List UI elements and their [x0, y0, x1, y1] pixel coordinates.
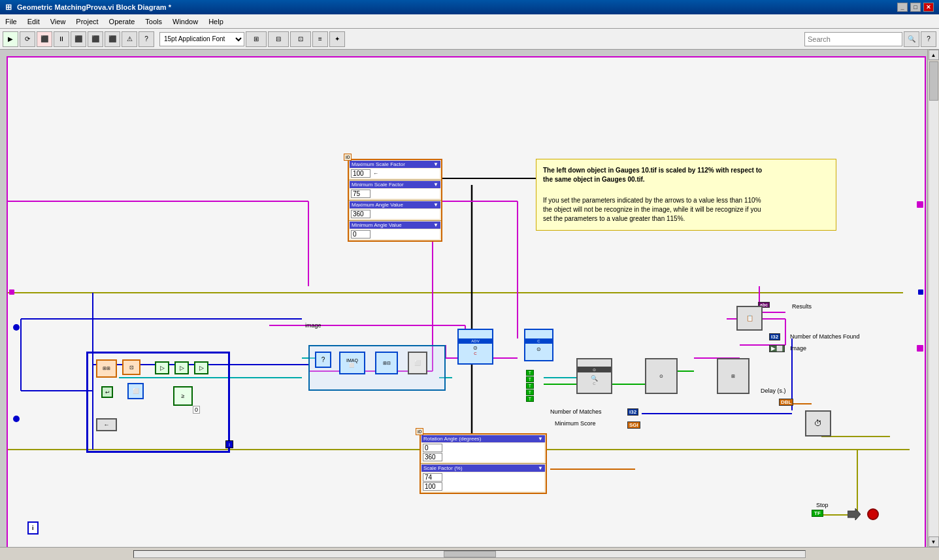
window-title: Geometric MatchingProva.vi Block Diagram…: [17, 3, 171, 11]
right-terminal2: [917, 345, 923, 352]
run-button[interactable]: ▶: [3, 31, 18, 47]
menu-view[interactable]: View: [45, 16, 71, 27]
scroll-down[interactable]: ▼: [929, 536, 939, 547]
top-param-block: i0 Maximum Scale Factor ▼ 100 ←: [348, 159, 442, 242]
right-terminal1: [917, 201, 923, 208]
step-over-button[interactable]: ⬛: [71, 31, 86, 47]
left-border-terminal1: [9, 289, 14, 295]
abort-button[interactable]: ⬛: [37, 31, 52, 47]
back-arrow: ←: [96, 418, 117, 431]
stop-button[interactable]: [867, 508, 879, 520]
process-node1: ⊙: [645, 358, 678, 394]
adv-node: ADV ⊙ C: [457, 329, 493, 365]
min-scale-value[interactable]: 75: [351, 189, 371, 198]
grid-block2: ⊡: [122, 359, 140, 375]
left-terminal2: [13, 416, 20, 422]
run-continuously-button[interactable]: ⟳: [20, 31, 35, 47]
menu-window[interactable]: Window: [167, 16, 203, 27]
output-node: ⊞: [717, 358, 750, 394]
match-node: C ⊙: [524, 329, 553, 361]
h-scroll-thumb[interactable]: [444, 551, 496, 557]
scroll-track: [929, 61, 938, 546]
step-out-button[interactable]: ⬛: [105, 31, 120, 47]
left-terminal: [13, 324, 20, 331]
search-input[interactable]: [804, 32, 902, 46]
reorder-button[interactable]: ≡: [312, 31, 328, 47]
imaq-node: IMAQ⬜: [339, 352, 365, 374]
bool-cluster: T T T T T: [526, 370, 534, 402]
block-diagram[interactable]: The left down object in Gauges 10.tif is…: [7, 56, 926, 553]
max-angle-value[interactable]: 360: [351, 210, 371, 218]
info-box: i: [27, 521, 39, 535]
annotation-text: The left down object in Gauges 10.tif is…: [543, 166, 829, 184]
warn-button[interactable]: ⚠: [122, 31, 137, 47]
scale-factor-value2[interactable]: 100: [423, 482, 442, 491]
bottom-block-badge: i0: [418, 429, 421, 435]
compare-node: ≥: [173, 386, 193, 406]
scale-factor-header: Scale Factor (%) ▼: [421, 465, 545, 472]
canvas-area[interactable]: The left down object in Gauges 10.tif is…: [0, 50, 939, 560]
annotation-body: If you set the parameters indicated by t…: [543, 196, 829, 223]
menu-edit[interactable]: Edit: [22, 16, 45, 27]
font-selector[interactable]: 15pt Application Font: [159, 32, 244, 46]
title-bar: ⊞ Geometric MatchingProva.vi Block Diagr…: [0, 0, 939, 14]
min-scale-factor-header: Minimum Scale Factor ▼: [350, 181, 440, 188]
horizontal-scrollbar[interactable]: [133, 550, 806, 558]
rotation-angle-value1[interactable]: 0: [423, 444, 442, 452]
min-score-indicator: SGI: [627, 420, 640, 429]
zero-constant: 0: [193, 406, 200, 414]
clean-button[interactable]: ✦: [329, 31, 345, 47]
num-matches-label: Number of Matches: [550, 408, 602, 415]
app-icon: ⊞: [5, 3, 12, 12]
step-into-button[interactable]: ⬛: [88, 31, 103, 47]
min-score-label: Minimum Score: [555, 420, 596, 427]
window-controls[interactable]: _ □ ✕: [897, 3, 934, 12]
imaq-node2: ⊞⊟: [375, 352, 398, 374]
rotation-angle-value2[interactable]: 360: [423, 453, 442, 461]
max-scale-value[interactable]: 100: [351, 169, 371, 178]
menu-bar: File Edit View Project Operate Tools Win…: [0, 14, 939, 29]
stop-label: Stop: [816, 502, 829, 508]
menu-project[interactable]: Project: [71, 16, 103, 27]
delay-badge: DBL: [779, 397, 793, 406]
arrow-node: ▷: [155, 361, 169, 374]
bottom-param-block: i0 Rotation Angle (degrees) ▼ 0 360: [420, 433, 547, 494]
help-node: ?: [315, 352, 331, 368]
rotation-angle-header: Rotation Angle (degrees) ▼: [421, 435, 545, 442]
maximize-button[interactable]: □: [910, 3, 921, 12]
image-label: image: [305, 322, 321, 329]
close-button[interactable]: ✕: [923, 3, 934, 12]
delay-label: Delay (s.): [761, 387, 786, 394]
right-terminal3: [918, 289, 923, 295]
pause-button[interactable]: ⏸: [54, 31, 69, 47]
max-angle-header: Maximum Angle Value ▼: [350, 201, 440, 208]
search-button[interactable]: 🔍: [904, 31, 919, 47]
min-angle-value[interactable]: 0: [351, 230, 371, 239]
menu-operate[interactable]: Operate: [104, 16, 140, 27]
top-block-badge: i0: [346, 154, 350, 160]
help-button[interactable]: ?: [921, 31, 936, 47]
minimize-button[interactable]: _: [897, 3, 908, 12]
stop-arrow: [848, 508, 861, 521]
register-node: ⬜: [127, 383, 144, 399]
min-angle-header: Minimum Angle Value ▼: [350, 222, 440, 229]
scale-factor-value1[interactable]: 74: [423, 473, 442, 482]
results-label: Results: [792, 303, 812, 310]
resize-button[interactable]: ⊡: [290, 31, 311, 47]
num-matches-found-badge: I32: [769, 332, 780, 340]
menu-file[interactable]: File: [0, 16, 22, 27]
bottom-bar: [0, 547, 939, 560]
annotation-box: The left down object in Gauges 10.tif is…: [536, 159, 836, 231]
menu-tools[interactable]: Tools: [140, 16, 167, 27]
geometric-match-node: ⊙ 🔍 C: [576, 358, 612, 394]
right-scrollbar[interactable]: ▲ ▼: [927, 50, 939, 547]
menu-help[interactable]: Help: [203, 16, 229, 27]
align-button[interactable]: ⊞: [246, 31, 267, 47]
context-help-button[interactable]: ?: [139, 31, 154, 47]
imaq-cluster: ? IMAQ⬜ ⊞⊟ ⬜: [308, 345, 446, 391]
results-node: 📋: [736, 306, 763, 331]
sum-node: ▷: [194, 361, 208, 374]
scroll-thumb[interactable]: [929, 61, 938, 101]
distribute-button[interactable]: ⊟: [268, 31, 289, 47]
scroll-up[interactable]: ▲: [929, 50, 939, 60]
